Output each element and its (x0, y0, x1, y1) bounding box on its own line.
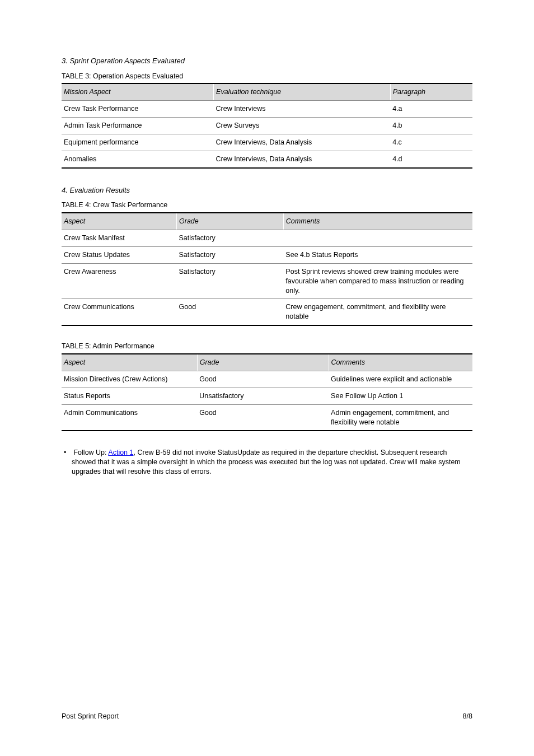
cell: Crew Communications (62, 299, 177, 325)
th-paragraph: Paragraph (390, 83, 472, 100)
th-grade: Grade (197, 354, 329, 371)
th-grade: Grade (177, 213, 284, 230)
footer-title: Post Sprint Report (62, 712, 119, 721)
table-row: Crew Status Updates Satisfactory See 4.b… (62, 246, 472, 263)
table-row: Equipment performance Crew Interviews, D… (62, 134, 472, 151)
cell: Crew Task Manifest (62, 230, 177, 247)
cell: Mission Directives (Crew Actions) (62, 371, 197, 388)
table-header-row: Mission Aspect Evaluation technique Para… (62, 83, 472, 100)
cell: Crew Interviews, Data Analysis (214, 151, 391, 167)
cell: 4.b (390, 118, 472, 134)
table-row: Admin Communications Good Admin engageme… (62, 404, 472, 431)
cell: Satisfactory (177, 263, 284, 299)
cell: Good (177, 299, 284, 325)
th-evaluation-technique: Evaluation technique (214, 83, 391, 100)
th-comments: Comments (329, 354, 472, 371)
cell: Crew Status Updates (62, 246, 177, 263)
cell: Post Sprint reviews showed crew training… (283, 263, 472, 299)
cell: Crew Awareness (62, 263, 177, 299)
th-aspect: Aspect (62, 213, 177, 230)
followup-action-1-link[interactable]: Action 1 (108, 449, 133, 456)
cell: See Follow Up Action 1 (329, 388, 472, 404)
cell: Crew Interviews (214, 101, 391, 118)
table-row: Anomalies Crew Interviews, Data Analysis… (62, 151, 472, 167)
table-header-row: Aspect Grade Comments (62, 354, 472, 371)
section-3: 3. Sprint Operation Aspects Evaluated TA… (62, 56, 472, 169)
cell: 4.c (390, 134, 472, 151)
th-mission-aspect: Mission Aspect (62, 83, 214, 100)
table-3: Mission Aspect Evaluation technique Para… (62, 83, 472, 168)
cell: Crew Task Performance (62, 101, 214, 118)
section-4: 4. Evaluation Results TABLE 4: Crew Task… (62, 185, 472, 432)
cell: Crew Surveys (214, 118, 391, 134)
cell: Crew Interviews, Data Analysis (214, 134, 391, 151)
table-row: Crew Awareness Satisfactory Post Sprint … (62, 263, 472, 299)
table-row: Crew Task Manifest Satisfactory (62, 230, 472, 247)
cell: Crew engagement, commitment, and flexibi… (283, 299, 472, 325)
table-row: Status Reports Unsatisfactory See Follow… (62, 388, 472, 404)
cell: 4.d (390, 151, 472, 167)
cell: Good (197, 371, 329, 388)
footer-page-number: 8/8 (463, 712, 472, 721)
section-3-heading: 3. Sprint Operation Aspects Evaluated (62, 56, 472, 66)
cell: 4.a (390, 101, 472, 118)
table-row: Admin Task Performance Crew Surveys 4.b (62, 118, 472, 134)
cell: Good (197, 404, 329, 431)
cell: Satisfactory (177, 246, 284, 263)
page-footer: Post Sprint Report 8/8 (62, 712, 472, 721)
followup-item: Follow Up: Action 1, Crew B-59 did not i… (72, 448, 472, 477)
cell: See 4.b Status Reports (283, 246, 472, 263)
table-4-caption: TABLE 4: Crew Task Performance (62, 200, 472, 210)
cell: Admin engagement, commitment, and flexib… (329, 404, 472, 431)
cell: Equipment performance (62, 134, 214, 151)
cell: Admin Task Performance (62, 118, 214, 134)
table-row: Mission Directives (Crew Actions) Good G… (62, 371, 472, 388)
cell (283, 230, 472, 247)
th-aspect: Aspect (62, 354, 197, 371)
table-5: Aspect Grade Comments Mission Directives… (62, 353, 472, 431)
table-row: Crew Task Performance Crew Interviews 4.… (62, 101, 472, 118)
cell: Anomalies (62, 151, 214, 167)
table-3-caption: TABLE 3: Operation Aspects Evaluated (62, 72, 472, 81)
table-row: Crew Communications Good Crew engagement… (62, 299, 472, 325)
cell: Guidelines were explicit and actionable (329, 371, 472, 388)
followup-list: Follow Up: Action 1, Crew B-59 did not i… (62, 448, 472, 477)
table-header-row: Aspect Grade Comments (62, 213, 472, 230)
table-4: Aspect Grade Comments Crew Task Manifest… (62, 212, 472, 326)
followup-prefix: Follow Up: (73, 449, 108, 456)
cell: Status Reports (62, 388, 197, 404)
th-comments: Comments (283, 213, 472, 230)
cell: Satisfactory (177, 230, 284, 247)
section-4-heading: 4. Evaluation Results (62, 185, 472, 195)
cell: Unsatisfactory (197, 388, 329, 404)
table-5-caption: TABLE 5: Admin Performance (62, 342, 472, 351)
cell: Admin Communications (62, 404, 197, 431)
